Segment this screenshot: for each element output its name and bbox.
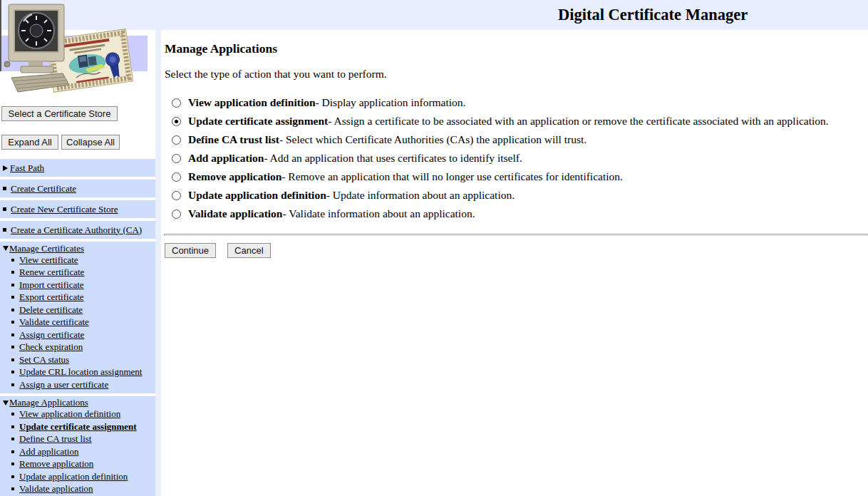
nav-subitem-delete-certificate[interactable]: Delete certificate — [0, 304, 155, 316]
bullet-square-icon — [11, 259, 14, 262]
nav-subitem-remove-application[interactable]: Remove application — [0, 458, 155, 471]
expanded-triangle-icon[interactable] — [3, 246, 9, 251]
bullet-square-icon — [11, 413, 14, 415]
radio-update-certificate-assignment[interactable] — [172, 117, 181, 126]
nav-link-delete-certificate[interactable]: Delete certificate — [19, 304, 83, 316]
nav-link-view-certificate[interactable]: View certificate — [19, 254, 78, 266]
app-title: Digital Certificate Manager — [558, 6, 748, 24]
collapsed-triangle-icon[interactable] — [3, 165, 8, 171]
nav-subitem-define-ca-trust-list[interactable]: Define CA trust list — [0, 433, 155, 446]
certificate-lock-illustration — [0, 0, 151, 97]
bullet-square-icon — [11, 358, 14, 361]
nav-subitem-validate-certificate[interactable]: Validate certificate — [0, 316, 155, 329]
bullet-square-icon — [11, 425, 14, 428]
radio-update-application-definition[interactable] — [172, 191, 181, 200]
nav-link-create-certificate[interactable]: Create Certificate — [11, 183, 76, 195]
bullet-square-icon — [11, 475, 14, 478]
nav-subitem-update-crl-location-assignment[interactable]: Update CRL location assignment — [0, 366, 155, 379]
nav-subitem-renew-certificate[interactable]: Renew certificate — [0, 267, 155, 279]
sidebar-nav: Fast PathCreate CertificateCreate New Ce… — [0, 159, 155, 496]
nav-box-create-a-certificate-authority-ca: Create a Certificate Authority (CA) — [0, 221, 155, 239]
nav-item-create-certificate[interactable]: Create Certificate — [0, 183, 76, 195]
nav-link-validate-application[interactable]: Validate application — [19, 483, 93, 495]
nav-subitem-update-application-definition[interactable]: Update application definition — [0, 470, 155, 483]
option-validate-application[interactable]: Validate application - Validate informat… — [172, 205, 829, 223]
instruction-text: Select the type of action that you want … — [165, 68, 387, 81]
nav-link-manage-certificates[interactable]: Manage Certificates — [9, 243, 84, 254]
nav-subitem-view-certificate[interactable]: View certificate — [0, 254, 155, 267]
option-description: - Validate information about an applicat… — [283, 207, 475, 220]
bullet-square-icon — [3, 207, 6, 211]
nav-link-create-a-certificate-authority-ca[interactable]: Create a Certificate Authority (CA) — [11, 224, 142, 236]
option-remove-application[interactable]: Remove application - Remove an applicati… — [172, 167, 829, 186]
nav-item-fast-path[interactable]: Fast Path — [0, 162, 44, 174]
nav-link-remove-application[interactable]: Remove application — [19, 458, 93, 470]
dcm-page: Digital Certificate Manager — [0, 0, 868, 496]
nav-subitem-assign-certificate[interactable]: Assign certificate — [0, 329, 155, 341]
nav-link-fast-path[interactable]: Fast Path — [10, 162, 44, 174]
nav-subitem-assign-a-user-certificate[interactable]: Assign a user certificate — [0, 378, 155, 391]
nav-subitem-import-certificate[interactable]: Import certificate — [0, 279, 155, 291]
expand-all-button[interactable]: Expand All — [1, 135, 58, 150]
nav-subitem-set-ca-status[interactable]: Set CA status — [0, 353, 155, 366]
horizontal-rule — [164, 234, 868, 236]
option-description: - Assign a certificate to be associated … — [328, 115, 828, 128]
continue-button[interactable]: Continue — [165, 243, 216, 258]
radio-view-application-definition[interactable] — [172, 98, 181, 108]
nav-subitem-view-application-definition[interactable]: View application definition — [0, 408, 155, 421]
nav-link-view-application-definition[interactable]: View application definition — [19, 408, 120, 420]
nav-link-create-new-certificate-store[interactable]: Create New Certificate Store — [11, 204, 118, 215]
nav-link-import-certificate[interactable]: Import certificate — [19, 279, 84, 291]
select-certificate-store-button[interactable]: Select a Certificate Store — [1, 106, 118, 121]
nav-subitem-update-certificate-assignment[interactable]: Update certificate assignment — [0, 420, 155, 433]
nav-subitem-add-application[interactable]: Add application — [0, 445, 155, 458]
radio-remove-application[interactable] — [172, 172, 181, 182]
nav-link-validate-certificate[interactable]: Validate certificate — [19, 316, 89, 328]
collapse-all-button[interactable]: Collapse All — [61, 135, 120, 150]
option-label: Remove application — [188, 170, 281, 183]
nav-subitem-validate-application[interactable]: Validate application — [0, 483, 155, 496]
bullet-square-icon — [11, 346, 14, 348]
radio-add-application[interactable] — [172, 154, 181, 163]
bullet-square-icon — [11, 321, 14, 324]
option-label: Validate application — [188, 207, 283, 220]
option-update-application-definition[interactable]: Update application definition - Update i… — [172, 186, 829, 205]
nav-link-update-crl-location-assignment[interactable]: Update CRL location assignment — [19, 366, 142, 378]
bullet-square-icon — [11, 450, 14, 453]
option-update-certificate-assignment[interactable]: Update certificate assignment - Assign a… — [172, 112, 829, 130]
page-title: Manage Applications — [165, 41, 277, 56]
cancel-button[interactable]: Cancel — [227, 243, 270, 258]
nav-box-create-new-certificate-store: Create New Certificate Store — [0, 200, 155, 218]
nav-link-set-ca-status[interactable]: Set CA status — [19, 354, 69, 366]
nav-link-renew-certificate[interactable]: Renew certificate — [19, 267, 84, 278]
monitor-graphic — [4, 4, 69, 92]
nav-item-create-a-certificate-authority-ca[interactable]: Create a Certificate Authority (CA) — [0, 224, 142, 236]
option-description: - Update information about an applicatio… — [326, 189, 515, 202]
option-description: - Select which Certificate Authorities (… — [279, 133, 587, 146]
nav-item-manage-certificates[interactable]: Manage Certificates — [0, 243, 155, 254]
nav-subitem-check-expiration[interactable]: Check expiration — [0, 341, 155, 354]
nav-link-check-expiration[interactable]: Check expiration — [19, 341, 83, 353]
nav-link-assign-a-user-certificate[interactable]: Assign a user certificate — [19, 379, 108, 391]
radio-define-ca-trust-list[interactable] — [172, 135, 181, 145]
option-label: Update application definition — [188, 189, 326, 202]
nav-link-define-ca-trust-list[interactable]: Define CA trust list — [19, 433, 91, 445]
option-define-ca-trust-list[interactable]: Define CA trust list - Select which Cert… — [172, 130, 829, 149]
option-view-application-definition[interactable]: View application definition - Display ap… — [172, 93, 829, 112]
bullet-square-icon — [11, 487, 14, 490]
nav-link-manage-applications[interactable]: Manage Applications — [9, 397, 88, 408]
nav-item-manage-applications[interactable]: Manage Applications — [0, 398, 155, 408]
nav-link-add-application[interactable]: Add application — [19, 446, 78, 458]
bullet-square-icon — [3, 228, 6, 232]
nav-item-create-new-certificate-store[interactable]: Create New Certificate Store — [0, 204, 118, 215]
option-label: Update certificate assignment — [188, 115, 328, 128]
option-add-application[interactable]: Add application - Add an application tha… — [172, 149, 829, 167]
nav-link-update-certificate-assignment[interactable]: Update certificate assignment — [19, 421, 137, 433]
nav-subitem-export-certificate[interactable]: Export certificate — [0, 291, 155, 304]
nav-link-update-application-definition[interactable]: Update application definition — [19, 471, 128, 482]
radio-validate-application[interactable] — [172, 210, 181, 219]
nav-link-assign-certificate[interactable]: Assign certificate — [19, 329, 84, 341]
nav-link-export-certificate[interactable]: Export certificate — [19, 291, 84, 303]
option-label: View application definition — [188, 96, 316, 109]
expanded-triangle-icon[interactable] — [3, 401, 9, 405]
